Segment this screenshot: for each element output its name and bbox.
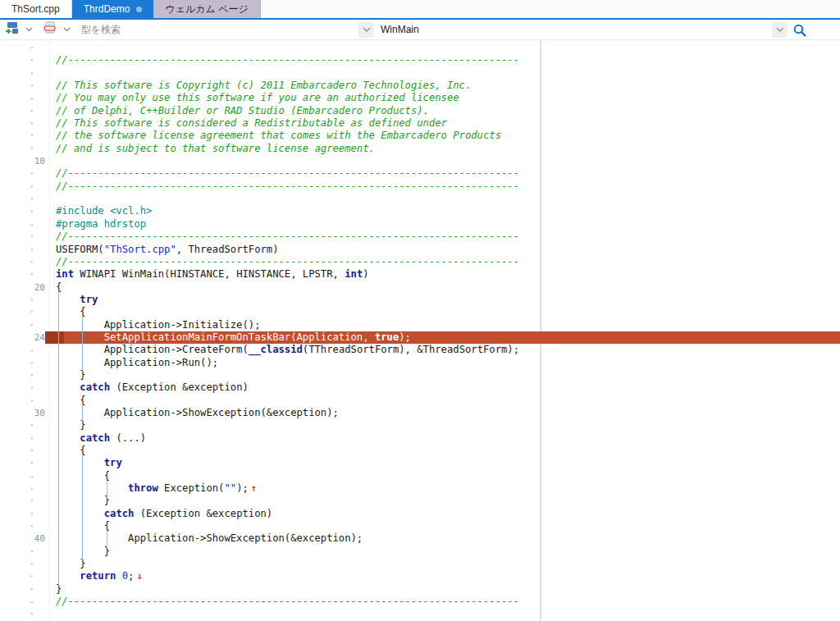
gutter-marker[interactable]: · (0, 495, 49, 507)
code-line[interactable]: //--------------------------------------… (0, 180, 840, 193)
code-line[interactable]: // of Delphi, C++Builder or RAD Studio (… (0, 105, 840, 117)
tab-thsort-cpp[interactable]: ThSort.cpp (0, 0, 72, 18)
code-line[interactable]: { (0, 445, 840, 457)
gutter-marker[interactable]: · (0, 319, 49, 331)
code-line[interactable]: catch (...) (0, 432, 840, 445)
gutter-marker[interactable]: 20 (0, 281, 49, 294)
code-line[interactable]: try (0, 294, 840, 306)
code-line[interactable]: //--------------------------------------… (0, 256, 840, 268)
gutter-marker[interactable]: · (0, 546, 49, 558)
gutter-marker[interactable]: · (0, 180, 49, 193)
chevron-down-icon[interactable] (358, 22, 374, 38)
gutter-marker[interactable]: · (0, 558, 49, 570)
gutter-marker[interactable]: · (0, 570, 49, 582)
highlighted-code-line[interactable]: SetApplicationMainFormOnTaskBar(Applicat… (0, 331, 840, 344)
gutter-marker[interactable]: - (0, 596, 49, 608)
code-line[interactable] (0, 67, 840, 80)
code-line[interactable]: throw Exception("");↑ (0, 482, 840, 495)
code-line[interactable]: // This software is Copyright (c) 2011 E… (0, 80, 840, 92)
code-line[interactable]: catch (Exception &exception) (0, 508, 840, 520)
type-search-input[interactable]: 型を検索 (81, 23, 121, 37)
gutter-marker[interactable]: 30 (0, 407, 49, 419)
chevron-down-icon[interactable] (61, 24, 72, 35)
chevron-down-icon[interactable] (23, 24, 34, 35)
gutter-marker[interactable]: · (0, 117, 49, 130)
code-line[interactable]: Application->Initialize(); (0, 319, 840, 331)
gutter-marker[interactable]: · (0, 105, 49, 117)
code-line[interactable]: //--------------------------------------… (0, 54, 840, 66)
gutter-marker[interactable]: · (0, 205, 49, 217)
code-line[interactable]: USEFORM("ThSort.cpp", ThreadSortForm) (0, 244, 840, 256)
gutter-marker[interactable]: · (0, 167, 49, 180)
gutter-marker[interactable]: · (0, 268, 49, 281)
tab-thrddemo[interactable]: ThrdDemo (72, 0, 154, 18)
gutter-marker[interactable]: · (0, 306, 49, 318)
gutter-marker[interactable]: · (0, 369, 49, 381)
code-line[interactable]: { (0, 470, 840, 482)
gutter-marker[interactable]: · (0, 143, 49, 155)
gutter-marker[interactable]: · (0, 419, 49, 432)
code-line[interactable]: { (0, 520, 840, 532)
code-line[interactable]: return 0;↓ (0, 570, 840, 582)
code-line[interactable]: { (0, 395, 840, 407)
gutter-marker[interactable]: · (0, 294, 49, 306)
gutter-marker[interactable]: · (0, 244, 49, 256)
gutter-marker[interactable]: · (0, 67, 49, 80)
gutter-marker[interactable]: · (0, 508, 49, 520)
gutter-marker[interactable]: · (0, 231, 49, 243)
gutter-marker[interactable]: - (0, 344, 49, 356)
code-line[interactable]: { (0, 306, 840, 318)
gutter-marker[interactable]: · (0, 520, 49, 532)
code-line[interactable]: Application->ShowException(&exception); (0, 407, 840, 419)
code-line[interactable]: } (0, 558, 840, 570)
gutter-marker[interactable]: · (0, 54, 49, 66)
gutter-marker[interactable]: - (0, 92, 49, 104)
code-editor[interactable]: //--------------------------------------… (0, 40, 840, 621)
code-line[interactable]: { (0, 281, 840, 294)
code-line[interactable]: Application->ShowException(&exception); (0, 532, 840, 545)
code-line[interactable]: } (0, 546, 840, 558)
gutter-marker[interactable]: · (0, 42, 49, 54)
chevron-down-icon[interactable] (772, 22, 788, 38)
symbol-search-input[interactable]: WinMain (381, 20, 419, 39)
code-line[interactable]: // This software is considered a Redistr… (0, 117, 840, 130)
gutter-marker[interactable]: 24 (0, 331, 49, 344)
code-line[interactable]: } (0, 419, 840, 432)
code-line[interactable]: #include <vcl.h> (0, 205, 840, 217)
code-line[interactable]: //--------------------------------------… (0, 167, 840, 180)
code-line[interactable]: // You may only use this software if you… (0, 92, 840, 104)
code-line[interactable]: } (0, 583, 840, 596)
code-line[interactable]: #pragma hdrstop (0, 218, 840, 231)
code-line[interactable]: int WINAPI WinMain(HINSTANCE, HINSTANCE,… (0, 268, 840, 281)
gutter-marker[interactable]: · (0, 80, 49, 92)
code-line[interactable]: //--------------------------------------… (0, 231, 840, 243)
gutter-marker[interactable]: - (0, 470, 49, 482)
gutter-marker[interactable]: 40 (0, 532, 49, 545)
document-search-icon[interactable] (43, 21, 57, 38)
code-line[interactable]: } (0, 495, 840, 507)
code-line[interactable]: try (0, 457, 840, 469)
gutter-marker[interactable]: · (0, 381, 49, 394)
code-line[interactable]: // and is subject to that software licen… (0, 143, 840, 155)
code-line[interactable]: Application->CreateForm(__classid(TThrea… (0, 344, 840, 356)
code-line[interactable]: // the software license agreement that c… (0, 130, 840, 142)
code-line[interactable]: Application->Run(); (0, 357, 840, 369)
gutter-marker[interactable]: · (0, 608, 49, 620)
code-line[interactable] (0, 42, 840, 54)
code-line[interactable] (0, 155, 840, 167)
gutter-marker[interactable]: · (0, 482, 49, 495)
gutter-marker[interactable]: · (0, 193, 49, 205)
code-line[interactable]: } (0, 369, 840, 381)
gutter-marker[interactable]: · (0, 432, 49, 445)
gutter-marker[interactable]: · (0, 583, 49, 596)
gutter-marker[interactable]: · (0, 445, 49, 457)
search-icon[interactable] (791, 21, 809, 39)
gutter-marker[interactable]: · (0, 130, 49, 142)
code-line[interactable] (0, 608, 840, 620)
code-line[interactable] (0, 193, 840, 205)
tab-welcome-page[interactable]: ウェルカム ページ (153, 0, 260, 18)
code-line[interactable]: //--------------------------------------… (0, 596, 840, 608)
goto-module-icon[interactable] (5, 21, 19, 38)
code-line[interactable]: catch (Exception &exception) (0, 381, 840, 394)
gutter-marker[interactable]: · (0, 357, 49, 369)
